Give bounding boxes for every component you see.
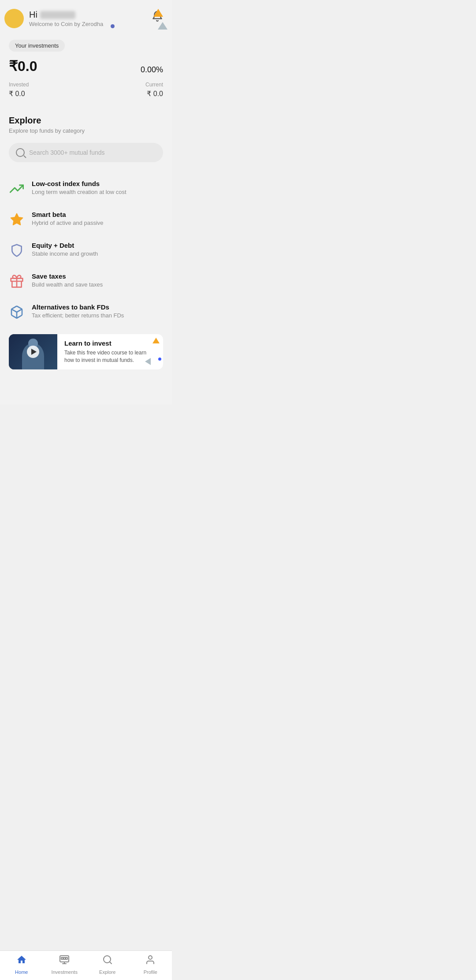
list-item[interactable]: Equity + Debt Stable income and growth bbox=[9, 235, 163, 265]
gift-icon bbox=[9, 273, 25, 289]
category-text-smart-beta: Smart beta Hybrid of active and passive bbox=[32, 211, 104, 226]
search-placeholder: Search 3000+ mutual funds bbox=[29, 149, 105, 156]
category-text-alternatives: Alternatives to bank FDs Tax efficient; … bbox=[32, 303, 124, 319]
current-label: Current bbox=[145, 82, 163, 88]
category-text-save-taxes: Save taxes Build wealth and save taxes bbox=[32, 272, 103, 288]
category-desc: Build wealth and save taxes bbox=[32, 281, 103, 288]
list-item[interactable]: Smart beta Hybrid of active and passive bbox=[9, 204, 163, 235]
app-container: Hi Welcome to Coin by Zerodha Your inves… bbox=[0, 0, 172, 405]
hi-label: Hi bbox=[29, 10, 37, 20]
banner-deco-orange bbox=[152, 338, 160, 343]
category-title: Save taxes bbox=[32, 272, 103, 280]
banner-deco-blue-dot bbox=[158, 358, 161, 361]
category-title: Smart beta bbox=[32, 211, 104, 218]
greeting-text: Hi bbox=[29, 10, 103, 20]
category-title: Low-cost index funds bbox=[32, 180, 126, 187]
list-item[interactable]: Alternatives to bank FDs Tax efficient; … bbox=[9, 296, 163, 327]
svg-marker-0 bbox=[11, 214, 23, 225]
search-bar[interactable]: Search 3000+ mutual funds bbox=[9, 143, 163, 162]
current-value: ₹ 0.0 bbox=[145, 89, 163, 98]
bell-icon[interactable] bbox=[152, 11, 163, 25]
trending-up-icon bbox=[9, 181, 25, 197]
explore-title: Explore bbox=[9, 116, 163, 126]
invested-label: Invested bbox=[9, 82, 29, 88]
invested-side: Invested ₹ 0.0 bbox=[9, 82, 29, 98]
investments-button[interactable]: Your investments bbox=[9, 40, 65, 52]
category-desc: Long term wealth creation at low cost bbox=[32, 189, 126, 195]
user-name-blurred bbox=[40, 11, 75, 19]
learn-description: Take this free video course to learn how… bbox=[64, 349, 156, 364]
invested-value: ₹ 0.0 bbox=[9, 89, 29, 98]
category-desc: Tax efficient; better returns than FDs bbox=[32, 312, 124, 319]
play-button[interactable] bbox=[27, 346, 39, 358]
welcome-text: Welcome to Coin by Zerodha bbox=[29, 21, 103, 27]
explore-subtitle: Explore top funds by category bbox=[9, 127, 163, 134]
learn-banner[interactable]: Learn to invest Take this free video cou… bbox=[9, 334, 163, 369]
search-icon bbox=[16, 148, 25, 157]
explore-section: Explore Explore top funds by category Se… bbox=[0, 107, 172, 374]
category-text-equity-debt: Equity + Debt Stable income and growth bbox=[32, 242, 98, 257]
shield-icon bbox=[9, 242, 25, 258]
learn-thumbnail bbox=[9, 334, 57, 369]
user-section: Hi Welcome to Coin by Zerodha bbox=[9, 9, 103, 28]
list-item[interactable]: Save taxes Build wealth and save taxes bbox=[9, 265, 163, 296]
play-icon bbox=[31, 349, 37, 355]
list-item[interactable]: Low-cost index funds Long term wealth cr… bbox=[9, 173, 163, 204]
banner-deco-gray-tri bbox=[145, 358, 151, 365]
star-icon bbox=[9, 212, 25, 227]
greeting-area: Hi Welcome to Coin by Zerodha bbox=[29, 10, 103, 27]
category-text-low-cost: Low-cost index funds Long term wealth cr… bbox=[32, 180, 126, 195]
learn-title: Learn to invest bbox=[64, 339, 156, 347]
investments-card: Your investments ₹0.0 0.00% Invested ₹ 0… bbox=[0, 33, 172, 107]
header-top: Hi Welcome to Coin by Zerodha bbox=[9, 9, 163, 28]
category-title: Alternatives to bank FDs bbox=[32, 303, 124, 311]
category-title: Equity + Debt bbox=[32, 242, 98, 249]
avatar bbox=[4, 9, 24, 28]
current-side: Current ₹ 0.0 bbox=[145, 82, 163, 98]
invested-row: Invested ₹ 0.0 Current ₹ 0.0 bbox=[9, 82, 163, 98]
portfolio-percent: 0.00% bbox=[141, 65, 163, 75]
portfolio-value: ₹0.0 bbox=[9, 58, 37, 75]
category-desc: Stable income and growth bbox=[32, 250, 98, 257]
header: Hi Welcome to Coin by Zerodha bbox=[0, 0, 172, 33]
category-desc: Hybrid of active and passive bbox=[32, 220, 104, 226]
cube-icon bbox=[9, 304, 25, 320]
